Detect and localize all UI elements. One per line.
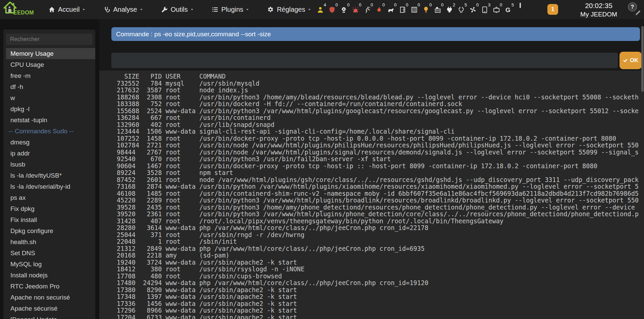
vertical-scrollbar-thumb[interactable] <box>641 26 644 92</box>
menu-analyse[interactable]: Analyse <box>95 0 152 19</box>
edit-pencil-icon[interactable] <box>635 9 642 16</box>
sidebar-item-dmesg[interactable]: dmesg <box>6 137 95 148</box>
sidebar-item-dpkg-l[interactable]: dpkg -l <box>6 103 95 115</box>
sidebar-item-apache-s-curis[interactable]: Apache sécurisé <box>6 303 95 314</box>
sidebar-item-cpu-usage[interactable]: CPU Usage <box>6 59 95 70</box>
gear-icon <box>267 6 274 13</box>
status-count: 0 <box>476 2 479 7</box>
stethoscope-icon <box>104 6 110 13</box>
shield-icon <box>329 6 335 13</box>
status-count: 5 <box>465 2 467 7</box>
search-input[interactable] <box>6 34 93 45</box>
menu-label: Outils <box>171 6 188 13</box>
dog-icon <box>387 6 394 13</box>
sidebar-item-memory-usage[interactable]: Memory Usage <box>6 48 95 59</box>
status-count: 0 <box>347 2 350 7</box>
shutter-icon <box>411 6 418 13</box>
tv-status[interactable]: 0 <box>492 0 504 19</box>
sidebar-item-install-nodejs[interactable]: Install nodejs <box>6 270 95 281</box>
caret-down-icon <box>246 8 249 11</box>
icons-scrollbar[interactable] <box>520 3 521 8</box>
sidebar-item-danger-update[interactable]: [Danger] Update <box>6 314 95 319</box>
status-count: 0 <box>406 2 408 7</box>
caret-down-icon <box>308 8 311 11</box>
sidebar-item-ls-la-dev-serial-by-id[interactable]: ls -la /dev/serial/by-id <box>6 181 95 192</box>
fan-icon <box>470 6 476 13</box>
command-list-panel: Memory UsageCPU Usagefree -mdf -hwdpkg -… <box>3 30 95 319</box>
logo-text: EEDOM <box>13 10 34 16</box>
sidebar-item-ls-la-dev-ttyusb[interactable]: ls -la /dev/ttyUSB* <box>6 170 95 181</box>
fan-status[interactable]: 0 <box>469 0 480 19</box>
sidebar-item-lsusb[interactable]: lsusb <box>6 159 95 170</box>
plug-outline-icon <box>458 6 465 13</box>
status-count: 0 <box>371 2 373 7</box>
fire-icon <box>376 6 382 13</box>
status-count: 3 <box>488 2 490 7</box>
notification-badge[interactable]: 1 <box>547 4 558 15</box>
status-count: 5 <box>512 2 514 7</box>
google-status[interactable]: G5 <box>504 0 516 19</box>
sidebar-item-set-dns[interactable]: Set DNS <box>6 247 95 259</box>
sidebar-item-health-sh[interactable]: health.sh <box>6 236 95 247</box>
home-icon <box>49 6 55 13</box>
main-menu: AccueilAnalyseOutilsPluginsRéglages <box>40 0 320 19</box>
sidebar-item-commandes-sudo: -- Commandes Sudo -- <box>6 126 95 137</box>
ok-button[interactable]: OK <box>620 52 642 69</box>
webcam-icon <box>340 6 347 13</box>
plug-icon <box>446 6 453 13</box>
sidebar-item-netstat-tupln[interactable]: netstat -tupln <box>6 115 95 126</box>
door-icon <box>399 6 406 13</box>
status-count: 0 <box>394 2 396 7</box>
menu-accueil[interactable]: Accueil <box>40 0 95 19</box>
plug-status[interactable]: 2 <box>445 0 457 19</box>
status-count: 0 <box>359 2 361 7</box>
sidebar-item-fix-install[interactable]: Fix install <box>6 214 95 225</box>
command-banner: Commande : ps -eo size,pid,user,command … <box>111 27 640 41</box>
door-status[interactable]: 0 <box>398 0 410 19</box>
sidebar-item-mysql-log[interactable]: MySQL log <box>6 259 95 270</box>
sidebar-item-w[interactable]: w <box>6 92 95 103</box>
shutter-status[interactable]: 0 <box>410 0 422 19</box>
sidebar-item-free-m[interactable]: free -m <box>6 70 95 81</box>
command-sidebar: Memory UsageCPU Usagefree -mdf -hwdpkg -… <box>0 19 99 319</box>
sidebar-item-dpkg-configure[interactable]: Dpkg configure <box>6 225 95 236</box>
menu-plugins[interactable]: Plugins <box>203 0 259 19</box>
bulb-status[interactable]: 0 <box>422 0 433 19</box>
menu-label: Analyse <box>113 6 137 13</box>
menu-label: Accueil <box>58 6 79 13</box>
clock-time: 20:02:35 <box>570 1 627 10</box>
motion-status[interactable]: 0 <box>363 0 375 19</box>
siren-status[interactable]: 0 <box>351 0 363 19</box>
sidebar-item-ip-addr[interactable]: ip addr <box>6 148 95 159</box>
google-icon: G <box>505 6 512 13</box>
sidebar-item-ps-ax[interactable]: ps ax <box>6 192 95 203</box>
check-icon <box>623 58 628 63</box>
command-list: Memory UsageCPU Usagefree -mdf -hwdpkg -… <box>3 48 95 319</box>
status-count: 0 <box>500 2 502 7</box>
user-status[interactable]: 4 <box>316 0 328 19</box>
heater-status[interactable]: 0 <box>433 0 445 19</box>
jeedom-logo[interactable]: EEDOM <box>3 1 37 18</box>
tablet-icon <box>481 6 488 13</box>
plug-outline-status[interactable]: 5 <box>457 0 469 19</box>
sidebar-item-apache-non-securis[interactable]: Apache non securisé <box>6 292 95 303</box>
dog-status[interactable]: 0 <box>386 0 398 19</box>
menu-r-glages[interactable]: Réglages <box>258 0 320 19</box>
top-navbar: EEDOM AccueilAnalyseOutilsPluginsRéglage… <box>0 0 644 19</box>
menu-outils[interactable]: Outils <box>152 0 203 19</box>
status-count: 2 <box>453 2 455 7</box>
svg-text:G: G <box>505 6 511 13</box>
fire-status[interactable]: 0 <box>375 0 386 19</box>
command-input[interactable] <box>111 53 618 68</box>
sidebar-item-df-h[interactable]: df -h <box>6 81 95 92</box>
menu-label: Réglages <box>277 6 305 13</box>
sidebar-item-fix-dpkg[interactable]: Fix dpkg <box>6 203 95 214</box>
status-count: 0 <box>335 2 338 7</box>
status-count: 0 <box>441 2 443 7</box>
webcam-status[interactable]: 0 <box>339 0 351 19</box>
ok-label: OK <box>630 57 639 64</box>
status-count: 0 <box>429 2 432 7</box>
tablet-status[interactable]: 3 <box>480 0 492 19</box>
sidebar-item-rtc-jeedom-pro[interactable]: RTC Jeedom Pro <box>6 281 95 292</box>
shield-status[interactable]: 0 <box>328 0 339 19</box>
